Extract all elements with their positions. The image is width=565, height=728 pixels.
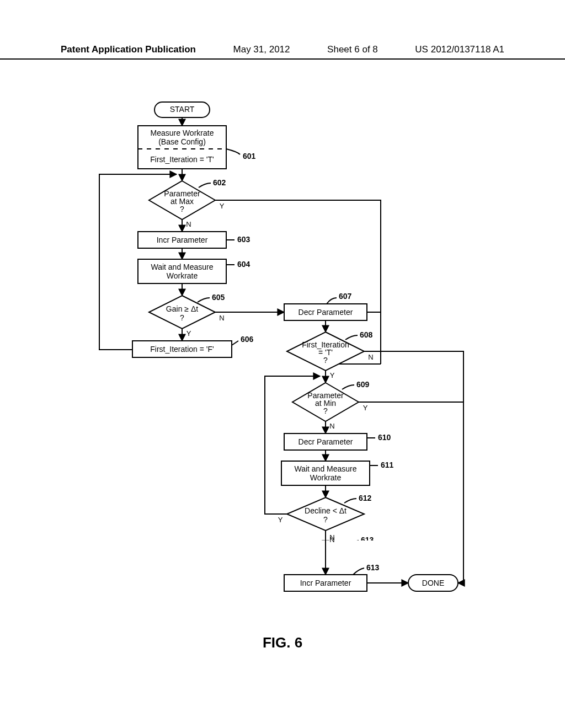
- label-607: 607: [339, 292, 352, 301]
- header-sheet: Sheet 6 of 8: [327, 44, 378, 55]
- svg-text:?: ?: [323, 515, 328, 524]
- svg-text:N: N: [368, 353, 373, 361]
- svg-text:Gain ≥ Δt: Gain ≥ Δt: [166, 304, 198, 313]
- header-date: May 31, 2012: [233, 44, 290, 55]
- label-612: 612: [359, 494, 372, 502]
- label-610: 610: [378, 433, 391, 442]
- svg-text:Decr Parameter: Decr Parameter: [299, 437, 353, 446]
- flowchart: START Measure Workrate (Base Config) Fir…: [66, 99, 508, 623]
- svg-text:Workrate: Workrate: [167, 271, 198, 280]
- leader-612: [344, 499, 356, 503]
- label-606: 606: [241, 335, 254, 344]
- leader-601: [226, 149, 240, 154]
- svg-text:Wait and Measure: Wait and Measure: [294, 464, 356, 473]
- svg-text:?: ?: [180, 313, 184, 322]
- leader-608: [345, 335, 358, 340]
- start-label: START: [170, 105, 195, 114]
- page-header: Patent Application Publication May 31, 2…: [0, 44, 565, 60]
- svg-text:First_Iteration = 'F': First_Iteration = 'F': [150, 345, 214, 354]
- leader-609: [342, 385, 354, 389]
- svg-rect-76: [259, 540, 497, 607]
- svg-text:Decr Parameter: Decr Parameter: [299, 308, 353, 317]
- svg-text:Y: Y: [220, 202, 225, 210]
- svg-text:(Base Config): (Base Config): [158, 137, 206, 146]
- label-602: 602: [213, 178, 226, 187]
- svg-text:First_Iteration = 'T': First_Iteration = 'T': [150, 155, 214, 164]
- svg-text:Workrate: Workrate: [310, 473, 342, 482]
- svg-text:?: ?: [180, 205, 184, 213]
- svg-text:N: N: [329, 422, 334, 430]
- svg-text:?: ?: [323, 406, 328, 415]
- svg-text:?: ?: [323, 356, 328, 365]
- svg-text:Incr Parameter: Incr Parameter: [157, 235, 208, 244]
- svg-text:Y: Y: [363, 404, 368, 412]
- svg-text:Y: Y: [186, 329, 191, 338]
- figure-caption: FIG. 6: [0, 634, 565, 651]
- leader-602: [199, 183, 211, 188]
- label-608: 608: [360, 330, 373, 339]
- header-left: Patent Application Publication: [61, 44, 196, 55]
- svg-text:Measure Workrate: Measure Workrate: [151, 129, 214, 137]
- label-611: 611: [381, 461, 394, 469]
- svg-text:N: N: [329, 536, 334, 544]
- label-605: 605: [212, 293, 225, 302]
- leader-606: [232, 341, 238, 345]
- svg-text:Y: Y: [278, 516, 283, 524]
- svg-text:Wait and Measure: Wait and Measure: [151, 263, 213, 271]
- header-pubno: US 2012/0137118 A1: [415, 44, 504, 55]
- label-601: 601: [243, 152, 256, 160]
- svg-text:Y: Y: [330, 371, 335, 379]
- label-604: 604: [237, 260, 250, 269]
- leader-607: [327, 298, 337, 304]
- svg-text:N: N: [186, 220, 191, 228]
- leader-605: [198, 298, 210, 302]
- svg-text:Incr Parameter: Incr Parameter: [300, 579, 351, 587]
- svg-text:N: N: [219, 314, 224, 322]
- label-603: 603: [237, 235, 250, 244]
- svg-text:DONE: DONE: [422, 579, 444, 587]
- svg-text:613: 613: [366, 563, 380, 572]
- svg-text:Decline < Δt: Decline < Δt: [305, 506, 347, 515]
- label-609: 609: [356, 380, 370, 389]
